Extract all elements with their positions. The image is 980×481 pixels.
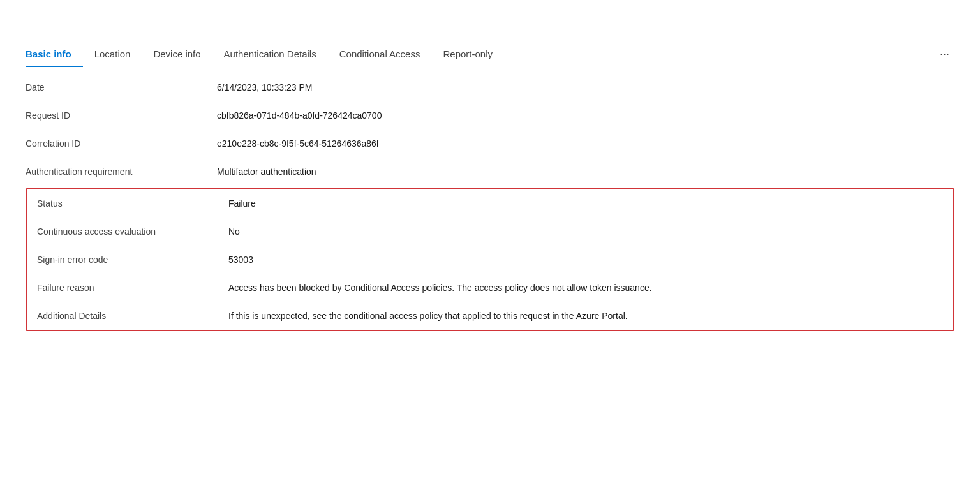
field-row: Correlation IDe210e228-cb8c-9f5f-5c64-51… (26, 130, 954, 158)
field-label: Date (26, 82, 217, 93)
field-row: Failure reasonAccess has been blocked by… (27, 274, 953, 302)
field-row: Sign-in error code53003 (27, 246, 953, 274)
tab-device-info[interactable]: Device info (142, 42, 212, 67)
field-value: Multifactor authentication (217, 166, 954, 177)
field-value: No (228, 226, 943, 237)
field-row: StatusFailure (27, 189, 953, 218)
tab-basic-info[interactable]: Basic info (26, 42, 83, 67)
tab-bar: Basic infoLocationDevice infoAuthenticat… (26, 41, 954, 68)
field-row: Additional DetailsIf this is unexpected,… (27, 302, 953, 330)
field-label: Continuous access evaluation (37, 226, 228, 237)
tab-report-only[interactable]: Report-only (431, 42, 504, 67)
field-row: Date6/14/2023, 10:33:23 PM (26, 73, 954, 101)
field-label: Status (37, 198, 228, 209)
field-value: If this is unexpected, see the condition… (228, 311, 943, 321)
tabs-more-button[interactable]: ··· (935, 41, 954, 68)
field-value: 6/14/2023, 10:33:23 PM (217, 82, 954, 93)
field-value: Access has been blocked by Conditional A… (228, 283, 943, 293)
tab-authentication-details[interactable]: Authentication Details (212, 42, 328, 67)
field-label: Authentication requirement (26, 166, 217, 177)
field-row: Continuous access evaluationNo (27, 218, 953, 246)
field-value: Failure (228, 198, 943, 209)
activity-details-dialog: Basic infoLocationDevice infoAuthenticat… (0, 0, 980, 481)
highlighted-fields-section: StatusFailureContinuous access evaluatio… (26, 188, 954, 331)
field-value: 53003 (228, 255, 943, 265)
tab-content: Date6/14/2023, 10:33:23 PMRequest IDcbfb… (26, 68, 954, 331)
field-label: Failure reason (37, 283, 228, 293)
field-label: Sign-in error code (37, 255, 228, 265)
field-value: e210e228-cb8c-9f5f-5c64-51264636a86f (217, 138, 954, 149)
field-label: Additional Details (37, 311, 228, 321)
tab-location[interactable]: Location (83, 42, 142, 67)
field-label: Request ID (26, 110, 217, 121)
tab-conditional-access[interactable]: Conditional Access (328, 42, 432, 67)
field-value: cbfb826a-071d-484b-a0fd-726424ca0700 (217, 110, 954, 121)
field-row: Request IDcbfb826a-071d-484b-a0fd-726424… (26, 101, 954, 130)
field-label: Correlation ID (26, 138, 217, 149)
field-row: Authentication requirementMultifactor au… (26, 158, 954, 186)
normal-fields-section: Date6/14/2023, 10:33:23 PMRequest IDcbfb… (26, 73, 954, 186)
